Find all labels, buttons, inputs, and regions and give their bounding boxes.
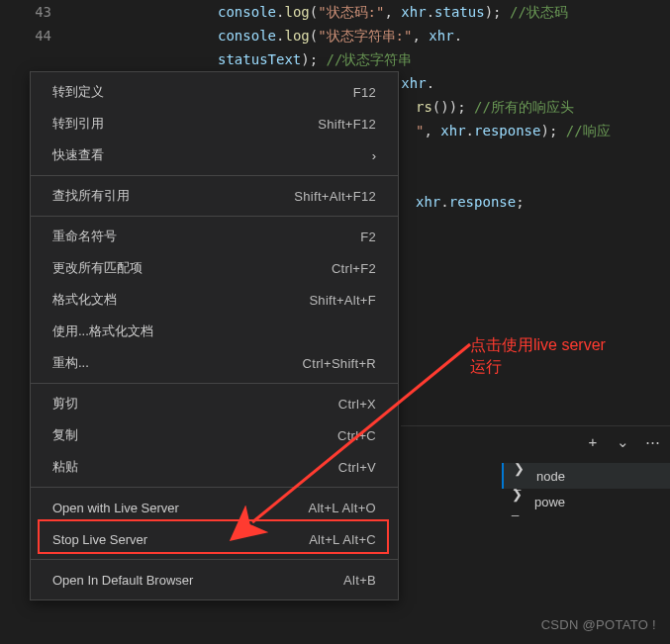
menu-item-label: 查找所有引用 (52, 187, 130, 205)
menu-item[interactable]: 快速查看› (31, 139, 398, 171)
menu-item[interactable]: 查找所有引用Shift+Alt+F12 (31, 180, 398, 212)
code-token: console (218, 4, 276, 20)
menu-item-label: 重命名符号 (52, 228, 117, 245)
menu-item-label: Stop Live Server (52, 532, 147, 547)
menu-item-label: 更改所有匹配项 (52, 259, 143, 277)
menu-item-shortcut: Ctrl+C (337, 428, 376, 443)
menu-item-shortcut: Shift+Alt+F12 (294, 189, 376, 204)
line-number: 43 (0, 0, 51, 24)
chevron-down-icon[interactable]: ⌄ (613, 433, 632, 451)
menu-item[interactable]: Open In Default BrowserAlt+B (31, 564, 398, 596)
menu-item-shortcut: Ctrl+F2 (332, 261, 376, 276)
menu-item-label: 剪切 (52, 395, 78, 413)
menu-item-shortcut: Ctrl+V (338, 460, 376, 475)
menu-item[interactable]: 剪切Ctrl+X (31, 388, 398, 419)
line-number: 44 (0, 24, 51, 47)
panel-divider (401, 425, 670, 426)
annotation-text: 点击使用live server 运行 (470, 334, 606, 378)
menu-item-label: Open In Default Browser (52, 573, 193, 588)
menu-item[interactable]: 粘贴Ctrl+V (31, 451, 398, 483)
menu-item[interactable]: 更改所有匹配项Ctrl+F2 (31, 252, 398, 284)
terminal-toolbar: + ⌄ ⋯ (583, 433, 662, 451)
menu-item-shortcut: Shift+Alt+F (309, 293, 376, 308)
menu-item-shortcut: Alt+L Alt+C (309, 532, 376, 547)
menu-item-shortcut: Alt+B (343, 573, 376, 588)
line-number (0, 47, 51, 71)
menu-separator (31, 383, 398, 384)
menu-item-label: 转到定义 (52, 83, 104, 101)
menu-item[interactable]: 格式化文档Shift+Alt+F (31, 284, 398, 316)
menu-item-label: 粘贴 (52, 458, 78, 476)
more-icon[interactable]: ⋯ (642, 433, 662, 451)
menu-item-label: 格式化文档 (52, 291, 117, 309)
menu-item-shortcut: Ctrl+Shift+R (303, 356, 376, 371)
menu-item-label: 使用...格式化文档 (52, 322, 153, 340)
menu-item[interactable]: 重命名符号F2 (31, 221, 398, 252)
menu-separator (31, 487, 398, 488)
terminal-icon: ❯_ (512, 487, 526, 516)
menu-item[interactable]: 复制Ctrl+C (31, 419, 398, 451)
faint-background-text (0, 620, 670, 644)
terminal-shell-item[interactable]: ❯_node (502, 463, 670, 489)
menu-item[interactable]: 转到定义F12 (31, 76, 398, 108)
menu-item-shortcut: Ctrl+X (338, 397, 376, 412)
menu-item[interactable]: Open with Live ServerAlt+L Alt+O (31, 492, 398, 523)
new-terminal-icon[interactable]: + (583, 433, 603, 451)
menu-item-shortcut: F2 (360, 230, 376, 244)
menu-item[interactable]: 转到引用Shift+F12 (31, 108, 398, 139)
menu-item-shortcut: Alt+L Alt+O (308, 501, 376, 515)
terminal-shell-item[interactable]: ❯_powe (502, 489, 670, 514)
terminal-shell-list: ❯_node❯_powe (502, 463, 670, 514)
menu-item-label: 快速查看 (52, 146, 104, 164)
terminal-shell-label: powe (534, 495, 565, 509)
menu-item-label: 转到引用 (52, 115, 104, 133)
menu-item-label: 重构... (52, 354, 89, 372)
menu-separator (31, 559, 398, 560)
context-menu: 转到定义F12转到引用Shift+F12快速查看›查找所有引用Shift+Alt… (30, 71, 399, 600)
menu-item-shortcut: F12 (353, 85, 376, 100)
menu-item-label: Open with Live Server (52, 501, 179, 515)
menu-item-label: 复制 (52, 426, 78, 444)
chevron-right-icon: › (372, 148, 376, 163)
menu-separator (31, 216, 398, 217)
menu-item[interactable]: 重构...Ctrl+Shift+R (31, 347, 398, 379)
menu-separator (31, 175, 398, 176)
menu-item-shortcut: Shift+F12 (318, 117, 376, 132)
terminal-shell-label: node (536, 469, 565, 484)
menu-item[interactable]: Stop Live ServerAlt+L Alt+C (31, 523, 398, 555)
menu-item[interactable]: 使用...格式化文档 (31, 316, 398, 347)
